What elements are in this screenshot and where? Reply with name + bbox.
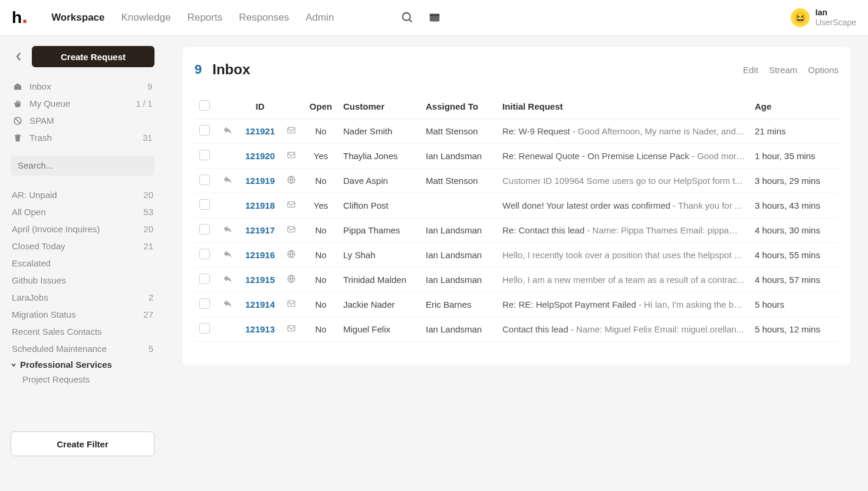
filter-recent-sales-contacts[interactable]: Recent Sales Contacts [11, 324, 154, 339]
row-checkbox[interactable] [199, 174, 210, 185]
filter-escalated[interactable]: Escalated [11, 256, 154, 271]
col-c-chk[interactable] [195, 94, 218, 119]
assigned-cell: Matt Stenson [421, 119, 498, 144]
table-row[interactable]: 121915NoTrinidad MaldenIan LandsmanHello… [195, 268, 839, 292]
search-input[interactable] [18, 160, 147, 170]
table-row[interactable]: 121921NoNader SmithMatt StensonRe: W-9 R… [195, 119, 839, 144]
chevron-down-icon [11, 362, 17, 368]
svg-rect-6 [288, 127, 295, 133]
filter-closed-today[interactable]: Closed Today21 [11, 239, 154, 253]
request-cell: Hello, I recently took over a position t… [498, 243, 750, 268]
assigned-cell: Ian Landsman [421, 218, 498, 243]
create-filter-button[interactable]: Create Filter [11, 431, 154, 456]
filter-larajobs[interactable]: LaraJobs2 [11, 290, 154, 305]
mail-icon [287, 299, 296, 308]
request-id-link[interactable]: 121913 [245, 324, 275, 334]
filter-all-open[interactable]: All Open53 [11, 205, 154, 219]
window-icon[interactable] [428, 11, 441, 24]
age-cell: 3 hours, 29 mins [750, 169, 839, 193]
panel-action-edit[interactable]: Edit [743, 65, 758, 75]
age-cell: 4 hours, 30 mins [750, 218, 839, 243]
col-c-src [282, 94, 303, 119]
request-id-link[interactable]: 121916 [245, 250, 275, 260]
request-id-link[interactable]: 121920 [245, 151, 275, 161]
request-id-link[interactable]: 121917 [245, 225, 275, 235]
svg-point-0 [403, 12, 410, 20]
filter-sub-project-requests[interactable]: Project Requests [11, 373, 154, 384]
table-row[interactable]: 121917NoPippa ThamesIan LandsmanRe: Cont… [195, 218, 839, 243]
col-Customer: Customer [338, 94, 421, 119]
filter-group-professional-services[interactable]: Professional Services [11, 356, 154, 373]
open-cell: No [303, 292, 338, 317]
inbox-count: 9 [195, 62, 202, 77]
row-checkbox[interactable] [199, 298, 210, 309]
request-cell: Customer ID 109964 Some users go to our … [498, 169, 750, 193]
user-org: UserScape [816, 18, 856, 28]
panel-action-stream[interactable]: Stream [769, 65, 797, 75]
table-row[interactable]: 121919NoDave AspinMatt StensonCustomer I… [195, 169, 839, 193]
request-id-link[interactable]: 121918 [245, 200, 275, 210]
filter-scheduled-maintenance[interactable]: Scheduled Maintenance5 [11, 341, 154, 356]
row-checkbox[interactable] [199, 150, 210, 160]
ban-icon [13, 116, 24, 126]
request-cell: Well done! Your latest order was confirm… [498, 193, 750, 218]
reply-icon [223, 249, 232, 259]
sidebar-item-my-queue[interactable]: My Queue1 / 1 [11, 96, 154, 111]
table-row[interactable]: 121914NoJackie NaderEric BarnesRe: RE: H… [195, 292, 839, 317]
row-checkbox[interactable] [199, 199, 210, 210]
sidebar-item-spam[interactable]: SPAM [11, 113, 154, 128]
row-checkbox[interactable] [199, 323, 210, 334]
request-id-link[interactable]: 121914 [245, 299, 275, 309]
panel-action-options[interactable]: Options [808, 65, 839, 75]
create-request-button[interactable]: Create Request [32, 46, 154, 67]
col-Assigned To: Assigned To [421, 94, 498, 119]
request-cell: Hello, I am a new member of a team as a … [498, 268, 750, 292]
search-input-wrap[interactable] [11, 156, 154, 176]
user-menu[interactable]: 😆 Ian UserScape [791, 8, 856, 28]
collapse-sidebar-button[interactable] [11, 46, 27, 67]
row-checkbox[interactable] [199, 125, 210, 136]
request-cell: Re: RE: HelpSpot Payment Failed - Hi Ian… [498, 292, 750, 317]
svg-rect-7 [288, 152, 295, 157]
row-checkbox[interactable] [199, 249, 210, 259]
open-cell: No [303, 119, 338, 144]
sidebar-item-inbox[interactable]: Inbox9 [11, 79, 154, 94]
request-id-link[interactable]: 121915 [245, 275, 275, 285]
nav-links: WorkspaceKnowledgeReportsResponsesAdmin [51, 12, 401, 24]
assigned-cell: Ian Landsman [421, 317, 498, 342]
select-all-checkbox[interactable] [199, 100, 210, 111]
filter-april-invoice-inquires-[interactable]: April (Invoice Inquires)20 [11, 222, 154, 236]
request-cell: Contact this lead - Name: Miguel Felix E… [498, 317, 750, 342]
nav-knowledge[interactable]: Knowledge [121, 12, 171, 24]
table-row[interactable]: 121913NoMiguel FelixIan LandsmanContact … [195, 317, 839, 342]
reply-icon [223, 274, 232, 284]
nav-admin[interactable]: Admin [305, 12, 334, 24]
filter-migration-status[interactable]: Migration Status27 [11, 307, 154, 322]
request-id-link[interactable]: 121921 [245, 126, 275, 136]
filter-ar-unpaid[interactable]: AR: Unpaid20 [11, 187, 154, 202]
mail-icon [287, 324, 296, 333]
row-checkbox[interactable] [199, 224, 210, 235]
customer-cell: Pippa Thames [338, 218, 421, 243]
inbox-icon [13, 82, 24, 91]
web-icon [287, 175, 296, 184]
sidebar-item-trash[interactable]: Trash31 [11, 130, 154, 145]
open-cell: No [303, 218, 338, 243]
filter-github-issues[interactable]: Github Issues [11, 273, 154, 288]
reply-icon [223, 126, 232, 135]
assigned-cell: Eric Barnes [421, 292, 498, 317]
reply-icon [223, 299, 232, 308]
topbar: h. WorkspaceKnowledgeReportsResponsesAdm… [0, 0, 868, 35]
search-icon[interactable] [401, 11, 414, 24]
logo[interactable]: h. [12, 8, 28, 27]
table-row[interactable]: 121918YesClifton PostWell done! Your lat… [195, 193, 839, 218]
request-id-link[interactable]: 121919 [245, 176, 275, 186]
nav-workspace[interactable]: Workspace [51, 12, 104, 24]
nav-reports[interactable]: Reports [188, 12, 223, 24]
row-checkbox[interactable] [199, 273, 210, 284]
nav-responses[interactable]: Responses [239, 12, 289, 24]
table-row[interactable]: 121920YesThaylia JonesIan LandsmanRe: Re… [195, 144, 839, 169]
table-row[interactable]: 121916NoLy ShahIan LandsmanHello, I rece… [195, 243, 839, 268]
col-Age: Age [750, 94, 839, 119]
avatar: 😆 [791, 8, 810, 27]
